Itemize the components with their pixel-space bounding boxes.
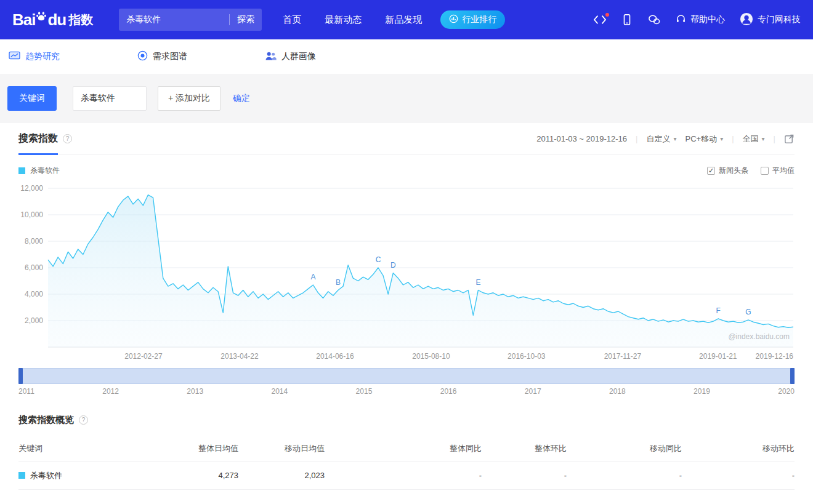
slider-handle-left[interactable] bbox=[18, 368, 23, 384]
custom-range-dropdown[interactable]: 自定义 ▾ bbox=[646, 134, 676, 145]
watermark: @index.baidu.com bbox=[728, 332, 790, 341]
top-nav: 首页 最新动态 新品发现 bbox=[283, 14, 422, 26]
header-right: 帮助中心 专门网科技 bbox=[593, 12, 801, 28]
svg-text:2,000: 2,000 bbox=[25, 316, 43, 325]
avatar bbox=[740, 12, 753, 28]
chevron-down-icon: ▾ bbox=[673, 135, 676, 142]
trend-chart: 2,0004,0006,0008,00010,00012,0002012-02-… bbox=[18, 183, 795, 363]
svg-text:2019-12-16: 2019-12-16 bbox=[756, 352, 794, 361]
year-label: 2018 bbox=[609, 387, 626, 396]
overview-title: 搜索指数概览 bbox=[18, 414, 74, 426]
industry-ranking-button[interactable]: 行业排行 bbox=[440, 10, 505, 29]
svg-text:D: D bbox=[390, 261, 396, 270]
slider-year-labels: 2011 2012 2013 2014 2015 2016 2017 2018 … bbox=[18, 384, 795, 406]
keyword-input[interactable]: 杀毒软件 bbox=[73, 86, 147, 111]
svg-text:2016-10-03: 2016-10-03 bbox=[508, 352, 546, 361]
search-index-card: 搜索指数 ? 2011-01-03 ~ 2019-12-16 | 自定义 ▾ P… bbox=[0, 123, 813, 490]
overall-daily-avg-value: 4,273 bbox=[154, 471, 238, 480]
svg-text:4,000: 4,000 bbox=[25, 290, 43, 298]
overview-header: 搜索指数概览 ? bbox=[18, 406, 795, 426]
search-divider bbox=[229, 14, 230, 25]
logo-text-index: 指数 bbox=[68, 12, 93, 28]
notification-dot bbox=[605, 13, 609, 17]
mobile-mom-value: - bbox=[682, 471, 795, 480]
year-label: 2020 bbox=[778, 387, 795, 396]
col-overall-yoy: 整体同比 bbox=[325, 443, 482, 454]
keyword-value: 杀毒软件 bbox=[81, 93, 115, 104]
headset-icon bbox=[676, 14, 686, 26]
ranking-label: 行业排行 bbox=[462, 14, 496, 25]
add-compare-button[interactable]: + 添加对比 bbox=[158, 86, 220, 111]
legend-label: 杀毒软件 bbox=[30, 166, 60, 176]
logo-text-du: du bbox=[47, 10, 66, 30]
keyword-button[interactable]: 关键词 bbox=[7, 86, 57, 111]
confirm-link[interactable]: 确定 bbox=[233, 93, 250, 104]
subnav-audience-profile[interactable]: 人群画像 bbox=[265, 51, 316, 63]
news-headlines-toggle[interactable]: 新闻头条 bbox=[707, 166, 748, 176]
subnav-demand-label: 需求图谱 bbox=[153, 51, 187, 62]
news-headlines-label: 新闻头条 bbox=[719, 166, 748, 176]
device-dropdown[interactable]: PC+移动 ▾ bbox=[686, 134, 724, 145]
svg-text:G: G bbox=[745, 308, 751, 316]
year-label: 2012 bbox=[102, 387, 119, 396]
year-label: 2013 bbox=[187, 387, 203, 396]
time-range-slider[interactable] bbox=[18, 368, 795, 384]
separator: | bbox=[636, 134, 637, 143]
subnav-trend-research[interactable]: 趋势研究 bbox=[9, 51, 60, 63]
subnav-audience-label: 人群画像 bbox=[281, 51, 316, 62]
year-label: 2017 bbox=[525, 387, 541, 396]
subnav-demand-map[interactable]: 需求图谱 bbox=[137, 50, 187, 63]
nav-latest-news[interactable]: 最新动态 bbox=[325, 14, 362, 26]
baidu-index-logo[interactable]: Bai du 指数 bbox=[12, 10, 93, 30]
help-question-icon[interactable]: ? bbox=[63, 134, 72, 143]
svg-text:6,000: 6,000 bbox=[25, 263, 43, 272]
svg-text:A: A bbox=[310, 273, 315, 281]
slider-handle-right[interactable] bbox=[790, 368, 795, 384]
col-mobile-mom: 移动环比 bbox=[682, 443, 795, 454]
svg-text:E: E bbox=[475, 278, 480, 287]
logo-text-bai: Bai bbox=[12, 10, 35, 30]
mobile-daily-avg-value: 2,023 bbox=[238, 471, 325, 480]
wechat-icon[interactable] bbox=[647, 14, 661, 25]
account-menu[interactable]: 专门网科技 bbox=[740, 12, 801, 28]
active-tab-underline bbox=[18, 153, 58, 155]
region-dropdown[interactable]: 全国 ▾ bbox=[743, 134, 765, 145]
help-center-link[interactable]: 帮助中心 bbox=[676, 14, 725, 26]
legend-item[interactable]: 杀毒软件 bbox=[18, 166, 60, 176]
svg-text:2013-04-22: 2013-04-22 bbox=[220, 352, 259, 361]
svg-text:B: B bbox=[336, 278, 341, 287]
chart-toggles: 新闻头条 平均值 bbox=[707, 166, 795, 176]
year-label: 2019 bbox=[694, 387, 710, 396]
col-mobile-daily-avg: 移动日均值 bbox=[238, 443, 325, 454]
subnav: 趋势研究 需求图谱 人群画像 bbox=[0, 39, 813, 74]
average-label: 平均值 bbox=[772, 166, 795, 176]
table-header-row: 关键词 整体日均值 移动日均值 整体同比 整体环比 移动同比 移动环比 bbox=[18, 436, 795, 462]
keyword-bar: 关键词 杀毒软件 + 添加对比 确定 bbox=[0, 74, 813, 123]
header-search-box[interactable]: 杀毒软件 探索 bbox=[119, 9, 262, 31]
table-row[interactable]: 杀毒软件 4,273 2,023 - - - - bbox=[18, 462, 795, 490]
chevron-down-icon: ▾ bbox=[720, 135, 723, 142]
series-color-swatch bbox=[18, 472, 25, 479]
svg-text:F: F bbox=[716, 306, 721, 315]
date-range-text: 2011-01-03 ~ 2019-12-16 bbox=[536, 134, 627, 143]
help-question-icon[interactable]: ? bbox=[79, 415, 88, 425]
external-link-icon[interactable] bbox=[784, 134, 795, 144]
nav-home[interactable]: 首页 bbox=[283, 14, 301, 26]
region-label: 全国 bbox=[743, 134, 759, 145]
nav-new-products[interactable]: 新品发现 bbox=[385, 14, 422, 26]
search-input[interactable]: 杀毒软件 bbox=[126, 14, 225, 25]
year-label: 2015 bbox=[356, 387, 373, 396]
separator: | bbox=[774, 134, 775, 143]
radar-icon bbox=[137, 50, 148, 63]
developer-tools-icon[interactable] bbox=[593, 14, 607, 25]
overview-table: 关键词 整体日均值 移动日均值 整体同比 整体环比 移动同比 移动环比 杀毒软件… bbox=[18, 436, 795, 490]
row-keyword-label: 杀毒软件 bbox=[30, 470, 62, 481]
mobile-app-icon[interactable] bbox=[621, 14, 633, 26]
year-label: 2014 bbox=[271, 387, 288, 396]
svg-text:2019-01-21: 2019-01-21 bbox=[699, 352, 737, 361]
separator: | bbox=[732, 134, 734, 143]
account-name: 专门网科技 bbox=[758, 14, 801, 25]
col-mobile-yoy: 移动同比 bbox=[567, 443, 682, 454]
average-toggle[interactable]: 平均值 bbox=[761, 166, 795, 176]
search-explore-button[interactable]: 探索 bbox=[237, 14, 254, 25]
